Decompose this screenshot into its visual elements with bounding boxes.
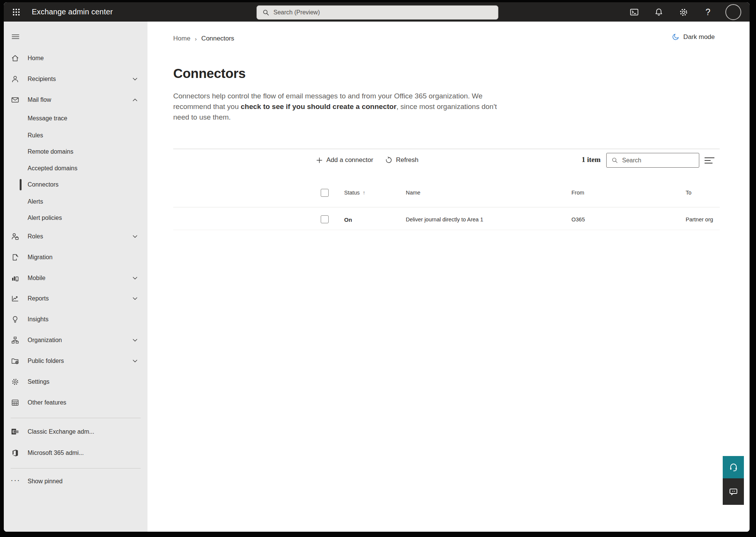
global-search-box[interactable] — [256, 5, 498, 20]
page-description: Connectors help control the flow of emai… — [173, 91, 506, 123]
list-search-box[interactable] — [606, 153, 699, 168]
sidebar-item-connectors[interactable]: Connectors — [4, 176, 147, 193]
description-text: Connectors help control the flow of emai… — [173, 92, 483, 100]
left-navigation: Home Recipients Mail flow — [4, 22, 147, 532]
row-status: On — [344, 209, 352, 230]
sidebar-item-alerts[interactable]: Alerts — [4, 193, 147, 210]
bell-icon — [654, 7, 664, 17]
sidebar-item-classic-exchange[interactable]: Classic Exchange adm... — [4, 423, 147, 440]
sidebar-item-other-features[interactable]: Other features — [4, 394, 147, 411]
ellipsis-icon: ··· — [11, 475, 20, 484]
settings-button[interactable] — [674, 3, 692, 21]
sidebar-item-label: Mail flow — [28, 92, 51, 108]
column-header-from[interactable]: From — [571, 188, 584, 197]
app-launcher-button[interactable] — [10, 6, 23, 19]
sidebar-item-message-trace[interactable]: Message trace — [4, 110, 147, 127]
create-connector-link[interactable]: check to see if you should create a conn… — [241, 103, 396, 111]
sidebar-item-label: Show pinned — [28, 473, 63, 490]
sidebar-item-reports[interactable]: Reports — [4, 290, 147, 307]
sidebar-item-label: Recipients — [28, 71, 56, 87]
sidebar-item-roles[interactable]: Roles — [4, 228, 147, 245]
description-text: need to use them. — [173, 113, 231, 121]
add-connector-button[interactable]: Add a connector — [316, 153, 373, 168]
sidebar-item-label: Settings — [28, 374, 50, 390]
account-avatar[interactable] — [725, 4, 741, 20]
sidebar-item-mail-flow[interactable]: Mail flow — [4, 92, 147, 108]
select-all-checkbox[interactable] — [321, 189, 329, 197]
sidebar-item-home[interactable]: Home — [4, 50, 147, 67]
table-row[interactable]: On Deliver journal directly to Area 1 O3… — [147, 209, 720, 230]
filter-lines-icon — [704, 156, 715, 165]
sidebar-item-microsoft-365-admin[interactable]: Microsoft 365 admi... — [4, 445, 147, 461]
row-checkbox[interactable] — [321, 215, 329, 223]
sidebar-item-mobile[interactable]: Mobile — [4, 270, 147, 286]
sidebar-item-label: Connectors — [28, 176, 59, 193]
support-button[interactable] — [723, 456, 744, 478]
sort-ascending-icon: ↑ — [363, 190, 365, 196]
sidebar-item-accepted-domains[interactable]: Accepted domains — [4, 160, 147, 177]
row-name: Deliver journal directly to Area 1 — [406, 209, 483, 230]
gear-icon — [678, 7, 689, 17]
terminal-icon — [629, 7, 639, 17]
line-chart-icon — [11, 294, 20, 303]
sidebar-item-label: Remote domains — [28, 143, 73, 160]
table-header: Status↑ Name From To — [147, 188, 750, 203]
sidebar-item-label: Migration — [28, 249, 53, 266]
sidebar-item-label: Organization — [28, 332, 62, 349]
refresh-button[interactable]: Refresh — [385, 153, 419, 168]
plus-icon — [316, 157, 323, 164]
sidebar-item-label: Public folders — [28, 353, 64, 369]
chevron-down-icon — [132, 337, 138, 343]
sidebar-item-label: Other features — [28, 394, 66, 411]
gear-icon — [11, 377, 20, 386]
sidebar-item-settings[interactable]: Settings — [4, 374, 147, 390]
column-header-to[interactable]: To — [686, 188, 691, 197]
chevron-down-icon — [132, 296, 138, 302]
table-header-divider — [173, 207, 720, 207]
help-button[interactable]: ? — [699, 3, 717, 21]
column-header-name[interactable]: Name — [406, 188, 421, 197]
description-text: , since most organizations don't — [396, 103, 497, 111]
sidebar-item-organization[interactable]: Organization — [4, 332, 147, 349]
sidebar-item-insights[interactable]: Insights — [4, 311, 147, 328]
sidebar-item-label: Rules — [28, 127, 43, 144]
column-header-status[interactable]: Status↑ — [344, 188, 365, 197]
main-content: Home › Connectors Dark mode Connectors C… — [147, 22, 750, 532]
exchange-admin-center-window: Exchange admin center — [4, 2, 750, 532]
sidebar-item-label: Home — [28, 50, 44, 67]
person-icon — [11, 75, 20, 84]
app-title: Exchange admin center — [32, 2, 113, 22]
sidebar-item-migration[interactable]: Migration — [4, 249, 147, 266]
breadcrumb-current: Connectors — [201, 35, 234, 42]
filter-button[interactable] — [704, 156, 715, 165]
nav-collapse-button[interactable] — [10, 31, 21, 42]
document-arrow-icon — [11, 253, 20, 262]
sidebar-item-show-pinned[interactable]: ··· Show pinned — [4, 473, 147, 490]
sidebar-item-alert-policies[interactable]: Alert policies — [4, 210, 147, 226]
sidebar-item-rules[interactable]: Rules — [4, 127, 147, 144]
classic-exchange-icon — [11, 427, 20, 436]
sidebar-item-recipients[interactable]: Recipients — [4, 71, 147, 87]
dark-mode-label: Dark mode — [683, 33, 715, 41]
notifications-button[interactable] — [650, 3, 668, 21]
sidebar-divider — [11, 418, 141, 418]
global-search-input[interactable] — [273, 9, 485, 16]
moon-icon — [672, 33, 680, 41]
feedback-button[interactable] — [723, 478, 744, 505]
refresh-icon — [385, 156, 393, 164]
sidebar-item-label: Reports — [28, 290, 49, 307]
breadcrumb-home-link[interactable]: Home — [173, 35, 190, 42]
microsoft-365-icon — [11, 448, 20, 458]
table-icon — [11, 398, 20, 407]
mobile-stats-icon — [11, 274, 20, 283]
powershell-terminal-button[interactable] — [625, 3, 643, 21]
sidebar-item-remote-domains[interactable]: Remote domains — [4, 143, 147, 160]
headset-icon — [728, 462, 739, 472]
sidebar-item-label: Microsoft 365 admi... — [28, 445, 84, 461]
sidebar-item-public-folders[interactable]: Public folders — [4, 353, 147, 369]
person-briefcase-icon — [11, 232, 20, 241]
dark-mode-toggle[interactable]: Dark mode — [672, 33, 715, 41]
sidebar-item-label: Alerts — [28, 193, 43, 210]
list-search-input[interactable] — [622, 157, 686, 164]
description-text: recommend that you — [173, 103, 241, 111]
